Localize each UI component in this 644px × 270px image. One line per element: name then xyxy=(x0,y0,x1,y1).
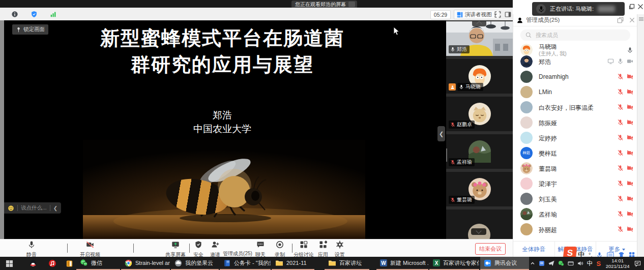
chat-quick-input[interactable]: 说点什么... ❮ xyxy=(4,202,61,214)
mic-on-icon[interactable] xyxy=(627,47,633,53)
taskbar-clock[interactable]: 14:01 2021/11/24 xyxy=(606,258,630,269)
security-status-icon[interactable] xyxy=(31,11,38,18)
collapse-video-panel-handle[interactable]: ❮ xyxy=(437,126,445,141)
tray-expand-icon[interactable] xyxy=(530,261,535,266)
video-tile[interactable]: 马晓璐 xyxy=(446,59,513,94)
windows-taskbar: 中 S 14:01 2021/11/24 微信Strain-level anal… xyxy=(0,257,644,270)
scroll-down-chip[interactable] xyxy=(471,228,486,235)
tray-app-icon[interactable] xyxy=(539,260,545,266)
member-row[interactable]: 孟祥瑜 xyxy=(513,206,637,222)
scroll-up-chip[interactable] xyxy=(472,21,486,26)
tray-sogou-icon[interactable]: S xyxy=(597,260,601,267)
settings-button[interactable]: 设置 xyxy=(321,241,358,258)
tray-telegram-icon[interactable] xyxy=(548,260,554,266)
camera-off-icon[interactable] xyxy=(627,119,633,126)
mic-off-icon[interactable] xyxy=(617,195,624,202)
video-tile[interactable]: 赵鹏卓 xyxy=(446,97,513,131)
chevron-left-icon[interactable]: ❮ xyxy=(53,205,57,211)
side-panel-toggle-icon[interactable] xyxy=(505,11,511,18)
screen-share-status-icon[interactable] xyxy=(607,58,614,65)
member-row[interactable]: 白衣安好，旧事温柔 xyxy=(513,100,637,115)
camera-off-icon[interactable] xyxy=(627,165,633,171)
popout-panel-icon[interactable] xyxy=(617,17,624,23)
shared-screen-slide: 锁定画面 新型蜜蜂模式平台在肠道菌 群研究的应用与展望 郑浩 中国农业大学 xyxy=(4,20,441,239)
mic-off-icon[interactable] xyxy=(617,226,624,232)
taskbar-reader[interactable] xyxy=(62,257,77,270)
taskbar-folder-baijia[interactable]: 百家讲坛 xyxy=(325,257,369,270)
member-row[interactable]: Dreamhigh xyxy=(513,69,637,84)
member-row[interactable]: 孙丽超 xyxy=(513,222,637,237)
mic-off-icon[interactable] xyxy=(617,165,624,171)
maximize-button[interactable] xyxy=(628,3,635,10)
mute-button[interactable]: 静音 xyxy=(13,241,50,258)
member-row[interactable]: 郑浩 xyxy=(513,54,637,69)
camera-off-icon[interactable] xyxy=(627,149,633,156)
chevron-up-icon[interactable] xyxy=(133,244,137,248)
camera-off-icon[interactable] xyxy=(627,73,633,80)
member-row[interactable]: 刘玉美 xyxy=(513,191,637,206)
mic-off-icon[interactable] xyxy=(617,211,624,217)
end-meeting-button[interactable]: 结束会议 xyxy=(475,243,506,255)
taskbar-excel[interactable]: X百家讲坛专家信... xyxy=(429,257,479,270)
taskbar-start-button[interactable] xyxy=(2,257,23,270)
hamburger-menu-icon[interactable] xyxy=(639,17,643,21)
member-row[interactable]: LMin xyxy=(513,84,637,100)
member-row[interactable]: 梁泽宇 xyxy=(513,176,637,191)
tray-window-icon[interactable] xyxy=(568,260,574,266)
taskbar-word[interactable]: W新建 Microsoft ... xyxy=(376,257,428,270)
camera-off-icon[interactable] xyxy=(627,104,633,110)
taskbar-document[interactable]: 公务卡 - "我的坚... xyxy=(220,257,271,270)
member-row[interactable]: 梓廷樊梓廷 xyxy=(513,145,637,161)
chevron-up-icon[interactable] xyxy=(67,244,71,248)
taskbar-music[interactable] xyxy=(45,257,63,270)
mic-off-icon[interactable] xyxy=(617,104,624,110)
tray-ime-mode[interactable]: 中 xyxy=(587,259,593,268)
camera-off-icon[interactable] xyxy=(627,226,633,232)
camera-off-icon[interactable] xyxy=(627,134,633,141)
taskbar-wechat[interactable]: 微信 xyxy=(76,257,120,270)
camera-off-icon[interactable] xyxy=(627,88,633,95)
camera-off-icon[interactable] xyxy=(627,195,633,202)
member-row[interactable]: 董昙璐 xyxy=(513,161,637,176)
mic-on-icon xyxy=(450,47,455,52)
start-video-button[interactable]: 开启视频 xyxy=(72,241,108,258)
video-tile[interactable]: 董昙璐 xyxy=(446,172,513,206)
member-search-input[interactable] xyxy=(535,32,618,39)
mic-off-icon[interactable] xyxy=(617,119,624,126)
taskbar-qq[interactable] xyxy=(25,257,44,270)
mute-all-button[interactable]: 全体静音 xyxy=(513,242,555,257)
mic-off-icon[interactable] xyxy=(617,73,624,80)
mic-off-icon[interactable] xyxy=(617,88,624,95)
camera-off-icon[interactable] xyxy=(627,180,633,187)
tray-wechat-icon[interactable] xyxy=(558,260,564,266)
member-row[interactable]: 定婷婷 xyxy=(513,130,637,145)
fullscreen-icon[interactable] xyxy=(494,11,501,18)
member-search-box[interactable] xyxy=(520,29,630,41)
video-tile[interactable]: 郑浩 xyxy=(446,21,513,56)
view-mode-button[interactable]: 演讲者视图 xyxy=(454,10,500,19)
mic-off-icon[interactable] xyxy=(617,134,624,141)
left-scroll-strip[interactable] xyxy=(0,20,4,239)
taskbar-nutstore[interactable]: 我的坚果云 xyxy=(171,257,219,270)
close-panel-icon[interactable] xyxy=(629,17,635,23)
mic-status-icon[interactable] xyxy=(617,58,624,65)
mic-off-icon[interactable] xyxy=(617,180,624,187)
video-tile[interactable]: 孟祥瑜 xyxy=(446,134,513,169)
member-name: 白衣安好，旧事温柔 xyxy=(539,104,594,112)
info-icon[interactable] xyxy=(11,11,18,18)
taskbar-chrome[interactable]: Strain-level anal... xyxy=(121,257,170,270)
emoji-icon[interactable] xyxy=(8,205,14,212)
mic-off-icon[interactable] xyxy=(617,149,624,156)
camera-off-icon[interactable] xyxy=(627,211,633,217)
taskbar-tencent-meeting[interactable]: 腾讯会议 xyxy=(480,257,529,270)
taskbar-folder-2021-11[interactable]: 2021-11 xyxy=(272,257,314,270)
chat-placeholder[interactable]: 说点什么... xyxy=(21,204,47,212)
notification-center-icon[interactable] xyxy=(634,260,641,267)
tray-volume-icon[interactable] xyxy=(577,260,583,266)
banner-menu-icon[interactable] xyxy=(348,2,355,7)
camera-status-icon[interactable] xyxy=(627,58,633,65)
tile-scrollbar[interactable] xyxy=(446,148,447,162)
member-row[interactable]: 陈振娅 xyxy=(513,115,637,130)
taskbar-item-label: 微信 xyxy=(91,259,102,267)
close-button[interactable] xyxy=(637,3,643,10)
